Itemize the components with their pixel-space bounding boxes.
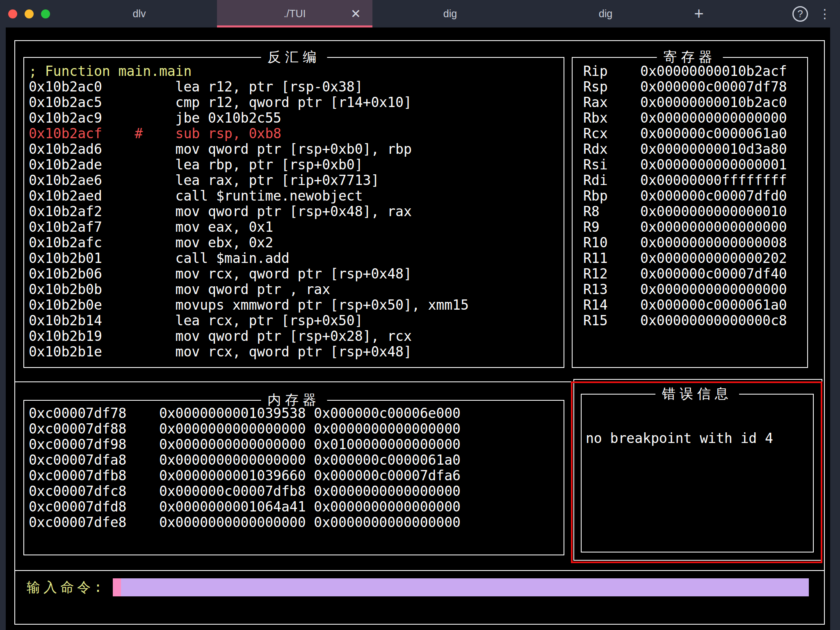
memory-address: 0xc00007dfa8 [29, 452, 159, 468]
disasm-line: 0x10b2acf#sub rsp, 0xb8 [29, 126, 564, 142]
disasm-line: 0x10b2b01call $main.add [29, 251, 564, 266]
traffic-lights [0, 0, 62, 27]
disasm-address: 0x10b2ae6 [29, 173, 135, 188]
memory-value-1: 0x0000000000000000 [159, 452, 314, 468]
register-row: R140x000000c0000061a0 [583, 297, 807, 313]
disasm-line: 0x10b2ad6mov qword ptr [rsp+0xb0], rbp [29, 142, 564, 157]
disassembly-panel[interactable]: 反汇编 ; Function main.main0x10b2ac0lea r12… [23, 57, 564, 368]
help-icon[interactable]: ? [792, 6, 808, 22]
register-value: 0x000000c00007df78 [640, 79, 787, 95]
register-row: R80x0000000000000010 [583, 204, 807, 219]
memory-value-1: 0x000000c00007dfb8 [159, 484, 314, 499]
disasm-address: 0x10b2b1e [29, 344, 135, 360]
disasm-comment: ; Function main.main [29, 63, 192, 79]
disasm-address: 0x10b2afc [29, 235, 135, 251]
register-name: R13 [583, 282, 640, 297]
memory-panel[interactable]: 内存器 0xc00007df780x00000000010395380x0000… [23, 400, 564, 555]
register-value: 0x00000000010d3a80 [640, 141, 787, 157]
new-tab-button[interactable]: + [683, 0, 714, 27]
memory-address: 0xc00007dfb8 [29, 468, 159, 484]
memory-row: 0xc00007dfc80x000000c00007dfb80x00000000… [29, 484, 564, 499]
command-label: 输入命令: [27, 578, 105, 596]
tui-outer-border: 反汇编 ; Function main.main0x10b2ac0lea r12… [14, 40, 825, 625]
disasm-line: 0x10b2adelea rbp, ptr [rsp+0xb0] [29, 157, 564, 173]
register-row: R130x0000000000000000 [583, 282, 807, 297]
tab-tui-active[interactable]: ./TUI ✕ [217, 0, 372, 27]
memory-row: 0xc00007dfe80x00000000000000000x00000000… [29, 515, 564, 530]
tab-bar: dlv ./TUI ✕ dig dig + ? ⋮ [0, 0, 840, 27]
disasm-address: 0x10b2b06 [29, 266, 135, 282]
disasm-line: 0x10b2ac9jbe 0x10b2c55 [29, 110, 564, 126]
register-value: 0x000000c00007df40 [640, 266, 787, 282]
register-name: R9 [583, 219, 640, 235]
memory-value-1: 0x0000000000000000 [159, 437, 314, 452]
register-name: Rdx [583, 142, 640, 157]
disasm-line: 0x10b2b0bmov qword ptr , rax [29, 282, 564, 297]
tab-dig-1[interactable]: dig [372, 0, 528, 27]
command-input[interactable] [121, 578, 809, 596]
memory-address: 0xc00007df98 [29, 437, 159, 452]
disasm-line: 0x10b2aedcall $runtime.newobject [29, 188, 564, 204]
close-window-icon[interactable] [8, 9, 17, 18]
register-value: 0x00000000010b2acf [640, 63, 787, 79]
breakpoint-marker: # [135, 126, 175, 142]
register-name: R14 [583, 297, 640, 313]
register-value: 0x0000000000000202 [640, 250, 787, 266]
register-row: Rdi0x00000000ffffffff [583, 173, 807, 188]
disasm-address: 0x10b2ac0 [29, 79, 135, 95]
register-row: Rbp0x000000c00007dfd0 [583, 188, 807, 204]
disasm-instruction: jbe 0x10b2c55 [176, 110, 281, 126]
register-value: 0x0000000000000000 [640, 281, 787, 297]
disasm-line: 0x10b2b06mov rcx, qword ptr [rsp+0x48] [29, 266, 564, 282]
memory-address: 0xc00007dfe8 [29, 515, 159, 530]
register-name: R12 [583, 266, 640, 282]
disasm-instruction: mov rcx, qword ptr [rsp+0x48] [176, 344, 412, 360]
minimize-window-icon[interactable] [25, 9, 34, 18]
register-row: R120x000000c00007df40 [583, 266, 807, 282]
memory-value-2: 0x000000c00007dfa6 [314, 468, 461, 484]
tab-dig-2[interactable]: dig [528, 0, 683, 27]
disasm-instruction: mov qword ptr [rsp+0x48], rax [176, 203, 412, 219]
memory-row: 0xc00007df980x00000000000000000x01000000… [29, 437, 564, 452]
command-line: 输入命令: [27, 578, 809, 596]
register-name: Rip [583, 64, 640, 79]
register-value: 0x00000000000000c8 [640, 313, 787, 329]
register-row: R90x0000000000000000 [583, 219, 807, 235]
register-value: 0x000000c00007dfd0 [640, 188, 787, 204]
registers-panel[interactable]: 寄存器 Rip0x00000000010b2acfRsp0x000000c000… [572, 57, 808, 368]
zoom-window-icon[interactable] [41, 9, 50, 18]
disasm-address: 0x10b2ac5 [29, 95, 135, 110]
menu-icon[interactable]: ⋮ [819, 8, 831, 20]
disasm-address: 0x10b2ade [29, 157, 135, 173]
tab-label: dig [599, 8, 612, 20]
memory-row: 0xc00007dfd80x0000000001064a410x00000000… [29, 499, 564, 515]
disasm-line: 0x10b2b14lea rcx, ptr [rsp+0x50] [29, 313, 564, 329]
disasm-instruction: mov qword ptr [rsp+0xb0], rbp [176, 141, 412, 157]
disasm-line: 0x10b2ae6lea rax, ptr [rip+0x7713] [29, 173, 564, 188]
disasm-instruction: lea rcx, ptr [rsp+0x50] [176, 313, 363, 329]
register-name: Rsi [583, 157, 640, 173]
tab-dlv[interactable]: dlv [62, 0, 217, 27]
terminal-content: 反汇编 ; Function main.main0x10b2ac0lea r12… [6, 27, 830, 630]
register-row: R150x00000000000000c8 [583, 313, 807, 329]
tab-label: dlv [133, 8, 146, 20]
register-row: Rax0x00000000010b2ac0 [583, 95, 807, 110]
register-row: Rdx0x00000000010d3a80 [583, 142, 807, 157]
register-row: R110x0000000000000202 [583, 251, 807, 266]
tab-close-icon[interactable]: ✕ [351, 8, 361, 20]
register-row: Rsp0x000000c00007df78 [583, 79, 807, 95]
disasm-line: 0x10b2ac5cmp r12, qword ptr [r14+0x10] [29, 95, 564, 110]
disasm-address: 0x10b2af2 [29, 204, 135, 219]
disasm-instruction: lea rbp, ptr [rsp+0xb0] [176, 157, 363, 173]
disasm-line: 0x10b2ac0lea r12, ptr [rsp-0x38] [29, 79, 564, 95]
register-value: 0x000000c0000061a0 [640, 297, 787, 313]
disasm-instruction: lea rax, ptr [rip+0x7713] [176, 172, 379, 188]
register-name: Rax [583, 95, 640, 110]
error-panel[interactable]: 错误信息 no breakpoint with id 4 [581, 394, 814, 552]
disassembly-lines: ; Function main.main0x10b2ac0lea r12, pt… [24, 58, 564, 367]
register-name: R10 [583, 235, 640, 251]
disasm-line: 0x10b2b0emovups xmmword ptr [rsp+0x50], … [29, 297, 564, 313]
memory-value-2: 0x000000c0000061a0 [314, 452, 461, 468]
disasm-line: 0x10b2af2mov qword ptr [rsp+0x48], rax [29, 204, 564, 219]
memory-rows: 0xc00007df780x00000000010395380x000000c0… [24, 401, 564, 555]
